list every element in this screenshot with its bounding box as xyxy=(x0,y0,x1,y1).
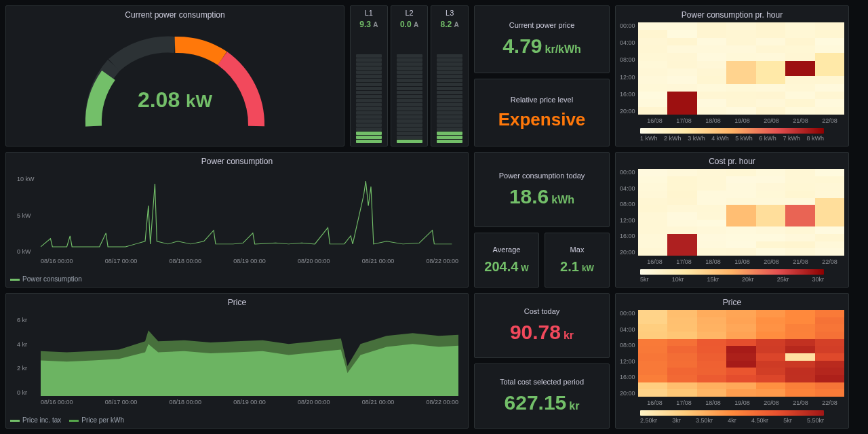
gauge-value: 2.08 kW xyxy=(138,87,212,113)
stats-column-1: Current power price 4.79kr/kWh Relative … xyxy=(474,5,610,146)
stat-consumption-today[interactable]: Power consumption today 18.6kWh xyxy=(474,152,610,227)
stat-max[interactable]: Max 2.1kW xyxy=(545,233,610,288)
chart-price[interactable]: Price 6 kr4 kr2 kr0 kr 08/16 00:0008/17 … xyxy=(5,293,469,429)
panel-title: Current power consumption xyxy=(10,10,340,20)
stat-cost-today[interactable]: Cost today 90.78kr xyxy=(474,293,610,358)
gauge-panel[interactable]: Current power consumption 2.08 kW xyxy=(5,5,344,146)
phase-bars: L1 9.3 A L2 0.0 A L3 8.2 A xyxy=(350,5,469,146)
heatmap-price[interactable]: Price 00:0004:0008:0012:0016:0020:00 16/… xyxy=(615,293,849,429)
chart-power-consumption[interactable]: Power consumption 10 kW5 kW0 kW 08/16 00… xyxy=(5,152,469,288)
phase-L3[interactable]: L3 8.2 A xyxy=(431,5,469,146)
stats-column-2: Power consumption today 18.6kWh Average … xyxy=(474,152,610,288)
legend-item[interactable]: Price inc. tax xyxy=(10,416,61,424)
heatmap-cost[interactable]: Cost pr. hour 00:0004:0008:0012:0016:002… xyxy=(615,152,849,288)
stat-average[interactable]: Average 204.4W xyxy=(474,233,539,288)
legend-item[interactable]: Power consumption xyxy=(10,275,82,283)
heatmap-power[interactable]: Power consumption pr. hour 00:0004:0008:… xyxy=(615,5,849,146)
gauge: 2.08 kW xyxy=(10,22,340,142)
stat-relative-price[interactable]: Relative price level Expensive xyxy=(474,79,610,146)
legend-item[interactable]: Price per kWh xyxy=(69,416,124,424)
stat-price[interactable]: Current power price 4.79kr/kWh xyxy=(474,5,610,73)
phase-L1[interactable]: L1 9.3 A xyxy=(350,5,388,146)
phase-L2[interactable]: L2 0.0 A xyxy=(391,5,429,146)
stat-cost-total[interactable]: Total cost selected period 627.15kr xyxy=(474,363,610,429)
stats-column-3: Cost today 90.78kr Total cost selected p… xyxy=(474,293,610,429)
